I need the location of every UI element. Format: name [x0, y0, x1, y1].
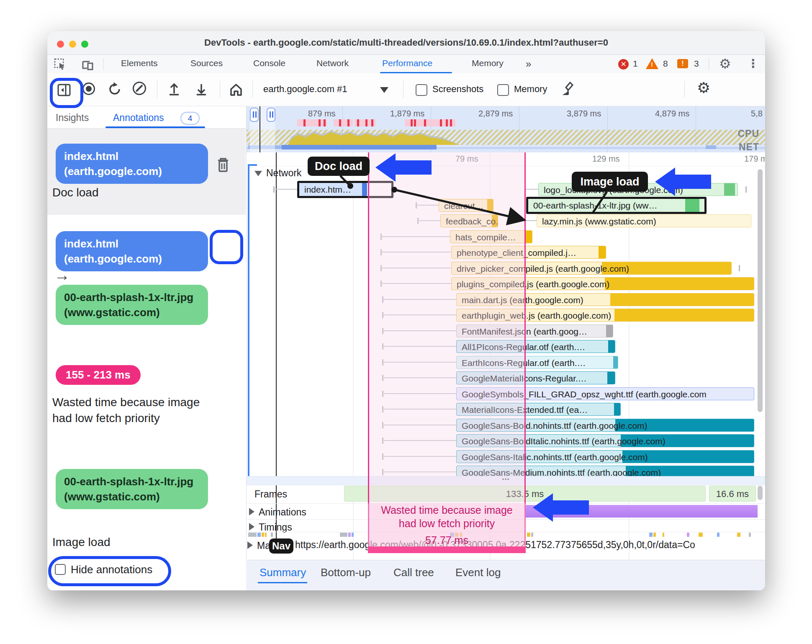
collapse-triangle-icon[interactable] — [254, 171, 262, 176]
three-dot-menu-icon[interactable]: ⋮ — [747, 57, 759, 70]
link-arrow: → — [54, 266, 70, 284]
tab-summary[interactable]: Summary — [260, 566, 306, 579]
garbage-collect-brush-icon[interactable] — [560, 81, 577, 98]
wasted-time-solid-bar — [368, 546, 526, 553]
error-count: 1 — [633, 59, 638, 69]
error-icon[interactable]: ✕ — [618, 59, 629, 70]
wasted-time-duration: 57.77 ms — [368, 534, 526, 546]
tab-performance[interactable]: Performance — [382, 58, 432, 68]
annotated-request-outline[interactable]: 00-earth-splash-1x-ltr.jpg (ww… — [526, 197, 707, 214]
frame-bar-16ms[interactable]: 16.6 ms — [709, 486, 756, 502]
minimap-tick-2: 1,879 ms — [390, 109, 424, 118]
devtools-window: DevTools - earth.google.com/static/multi… — [47, 31, 765, 590]
issues-count: 3 — [694, 59, 699, 69]
delete-annotation-trash-icon[interactable] — [215, 156, 231, 175]
cpu-track-label: CPU — [737, 128, 759, 139]
annotation-pill-index-html[interactable]: index.html (earth.google.com) — [56, 144, 208, 184]
titlebar: DevTools - earth.google.com/static/multi… — [47, 31, 765, 55]
panel-tabstrip: Elements Sources Console Network Perform… — [47, 55, 765, 74]
ruler-tick-179ms: 179 m — [744, 154, 765, 164]
tab-bottom-up[interactable]: Bottom-up — [321, 566, 371, 579]
reload-record-icon[interactable] — [108, 82, 123, 97]
wasted-time-line2: had low fetch priority — [368, 518, 526, 530]
device-toolbar-icon[interactable] — [81, 58, 94, 71]
record-button[interactable] — [82, 82, 95, 95]
warning-exclaim: ! — [651, 61, 653, 68]
expand-triangle-icon[interactable] — [249, 508, 254, 515]
more-tabs-button[interactable]: » — [526, 58, 531, 70]
wasted-time-line1: Wasted time because image — [368, 504, 526, 516]
home-icon[interactable] — [228, 82, 244, 98]
network-request-bar[interactable]: index.htm… — [299, 183, 367, 196]
annotation-pill-index-html-2[interactable]: index.html (earth.google.com) — [56, 231, 208, 271]
network-request-bar[interactable]: 00-earth-splash-1x-ltr.jpg (ww… — [528, 199, 704, 212]
screenshots-checkbox[interactable] — [416, 84, 427, 96]
highlight-ring-hide-annotations — [48, 556, 171, 586]
issues-icon[interactable]: ! — [677, 59, 688, 68]
annotation-entry-image-load[interactable]: 00-earth-splash-1x-ltr.jpg (www.gstatic.… — [47, 462, 246, 554]
doc-load-chip: Doc load — [308, 157, 370, 176]
tab-insights[interactable]: Insights — [56, 112, 89, 124]
annotations-count-badge: 4 — [180, 112, 200, 125]
minimap-tick-3: 2,879 ms — [478, 109, 513, 118]
download-profile-icon[interactable] — [194, 82, 209, 97]
network-request-bar[interactable]: lazy.min.js (www.gstatic.com) — [537, 214, 751, 227]
history-target-select[interactable]: earth.google.com #1 — [263, 84, 347, 95]
ruler-tick-129ms: 129 ms — [592, 154, 620, 164]
annotations-sidebar: Insights Annotations 4 index.html (earth… — [47, 106, 247, 590]
image-load-chip: Image load — [572, 172, 648, 192]
annotation-label-image-load: Image load — [52, 534, 110, 550]
bottom-tabbar: Summary Bottom-up Call tree Event log — [246, 560, 765, 590]
clear-icon[interactable] — [133, 82, 146, 95]
expand-triangle-icon[interactable] — [247, 541, 253, 549]
tab-network[interactable]: Network — [316, 58, 349, 68]
frames-track-label[interactable]: Frames — [254, 489, 287, 500]
annotation-entry-doc-load[interactable]: index.html (earth.google.com) Doc load — [47, 129, 246, 215]
network-group-bracket — [248, 164, 249, 476]
settings-gear-icon[interactable]: ⚙ — [719, 56, 731, 72]
tracks-scrollbar[interactable] — [758, 486, 763, 500]
tab-elements[interactable]: Elements — [121, 58, 158, 68]
warning-count: 8 — [663, 59, 668, 69]
timings-track-label[interactable]: Timings — [249, 522, 292, 533]
wasted-time-region[interactable] — [368, 152, 526, 553]
nav-chip: Nav — [269, 538, 293, 554]
upload-profile-icon[interactable] — [167, 82, 182, 97]
zoom-window-left-handle[interactable] — [250, 108, 259, 122]
whisker-tick — [745, 186, 747, 193]
tab-event-log[interactable]: Event log — [455, 566, 501, 579]
tab-sources[interactable]: Sources — [190, 58, 223, 68]
memory-checkbox[interactable] — [497, 84, 509, 96]
minimap-tick-4: 3,879 ms — [567, 109, 601, 118]
expand-triangle-icon[interactable] — [249, 523, 254, 531]
time-range-badge[interactable]: 155 - 213 ms — [56, 365, 141, 385]
annotation-pill-splash-jpg[interactable]: 00-earth-splash-1x-ltr.jpg (www.gstatic.… — [56, 285, 208, 325]
annotation-pill-splash-jpg-2[interactable]: 00-earth-splash-1x-ltr.jpg (www.gstatic.… — [56, 469, 208, 509]
tab-call-tree[interactable]: Call tree — [393, 566, 434, 579]
network-scrollbar[interactable] — [758, 169, 763, 412]
whisker-tick — [739, 265, 740, 271]
tab-console[interactable]: Console — [253, 58, 285, 68]
animations-track-label[interactable]: Animations — [249, 507, 306, 518]
main-track-label[interactable]: Ma — [247, 540, 270, 551]
whisker-line — [273, 189, 297, 190]
minimap-tick-1: 879 ms — [308, 109, 336, 118]
memory-label: Memory — [514, 84, 547, 95]
animation-bar[interactable] — [526, 505, 758, 518]
screenshots-label: Screenshots — [432, 84, 483, 95]
tab-memory[interactable]: Memory — [472, 58, 504, 68]
inspect-element-icon[interactable] — [54, 58, 67, 71]
timeline-minimap[interactable]: 879 ms 1,879 ms 2,879 ms 3,879 ms 4,879 … — [246, 106, 765, 153]
annotation-entry-time-range[interactable]: 155 - 213 ms Wasted time because image h… — [47, 361, 246, 453]
main-track-url: https://earth.google.com/web/@0,-0.37330… — [295, 539, 758, 553]
zoom-window-right-handle[interactable] — [267, 108, 275, 122]
net-track-label: NET — [739, 142, 759, 153]
chevron-down-icon[interactable] — [380, 87, 388, 93]
window-title: DevTools - earth.google.com/static/multi… — [47, 37, 765, 48]
capture-settings-gear-icon[interactable]: ⚙ — [697, 79, 710, 97]
highlight-ring-sidebar-toggle — [50, 78, 83, 108]
annotation-label-doc-load: Doc load — [52, 185, 99, 201]
network-section-header[interactable]: Network — [254, 167, 301, 179]
annotation-label-wasted-time: Wasted time because image had low fetch … — [52, 394, 220, 426]
tab-annotations[interactable]: Annotations — [113, 112, 164, 124]
